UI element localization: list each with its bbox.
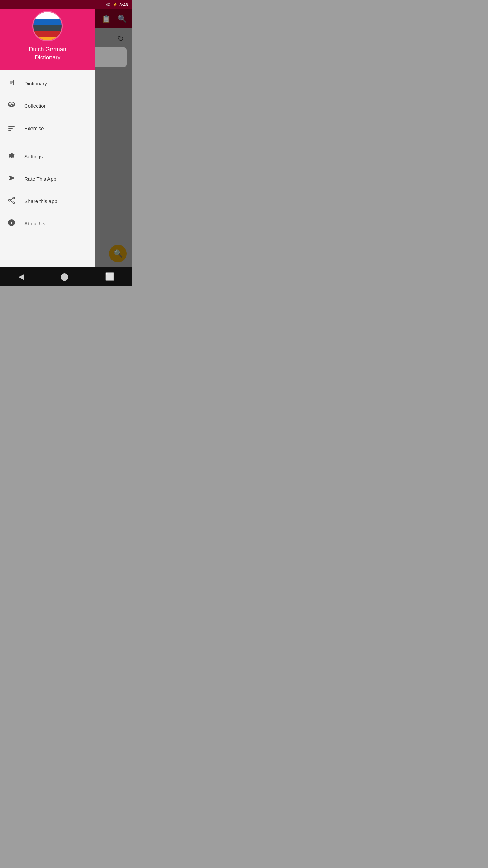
- app-title: Dutch German Dictionary: [29, 45, 66, 62]
- drawer-section-main: Dictionary Collection: [0, 70, 95, 142]
- app-logo: [32, 11, 63, 41]
- flag-blue: [33, 19, 62, 25]
- svg-point-7: [12, 104, 14, 106]
- svg-rect-9: [8, 125, 15, 125]
- svg-text:i: i: [11, 220, 12, 225]
- sidebar-item-collection[interactable]: Collection: [0, 95, 95, 117]
- exercise-label: Exercise: [24, 125, 44, 131]
- sidebar-item-rate[interactable]: Rate This App: [0, 168, 95, 190]
- status-bar: 4G ⚡ 3:46: [0, 0, 132, 9]
- svg-point-17: [13, 202, 15, 203]
- clock: 3:46: [119, 2, 128, 7]
- svg-line-19: [10, 201, 13, 202]
- send-icon: [7, 174, 16, 184]
- svg-rect-11: [8, 128, 13, 129]
- drawer-divider: [0, 144, 95, 144]
- flag-yellow: [33, 37, 62, 41]
- sidebar-item-settings[interactable]: Settings: [0, 145, 95, 168]
- rate-label: Rate This App: [24, 176, 56, 182]
- sidebar-item-share[interactable]: Share this app: [0, 190, 95, 213]
- sidebar-item-dictionary[interactable]: Dictionary: [0, 73, 95, 95]
- svg-point-6: [9, 104, 11, 106]
- exercise-icon: [7, 123, 16, 134]
- network-signal: 4G: [106, 3, 110, 7]
- svg-point-16: [9, 199, 11, 201]
- collection-label: Collection: [24, 103, 47, 109]
- info-icon: i: [7, 219, 16, 229]
- settings-label: Settings: [24, 154, 43, 159]
- recents-button[interactable]: ⬜: [105, 272, 114, 281]
- svg-rect-12: [8, 130, 11, 131]
- dictionary-label: Dictionary: [24, 81, 47, 86]
- drawer-body: Dictionary Collection: [0, 70, 95, 267]
- flag-white: [33, 12, 62, 19]
- home-button[interactable]: ⬤: [60, 272, 69, 281]
- back-button[interactable]: ◀: [18, 272, 24, 281]
- flag-red: [33, 31, 62, 37]
- navigation-drawer: Dutch German Dictionary Dictionary: [0, 0, 95, 267]
- drawer-header: Dutch German Dictionary: [0, 0, 95, 70]
- drawer-section-secondary: Settings Rate This App: [0, 145, 95, 235]
- about-label: About Us: [24, 221, 45, 226]
- svg-rect-3: [10, 82, 13, 83]
- flag-dark: [33, 25, 62, 31]
- svg-rect-2: [10, 81, 13, 82]
- svg-line-18: [10, 198, 13, 200]
- svg-rect-4: [10, 83, 12, 84]
- book-icon: [7, 79, 16, 89]
- collection-icon: [7, 101, 16, 111]
- battery-icon: ⚡: [113, 3, 117, 7]
- navigation-bar: ◀ ⬤ ⬜: [0, 267, 132, 286]
- svg-rect-10: [8, 126, 15, 127]
- svg-point-8: [11, 103, 13, 105]
- svg-point-15: [13, 197, 15, 199]
- sidebar-item-about[interactable]: i About Us: [0, 213, 95, 235]
- sidebar-item-exercise[interactable]: Exercise: [0, 117, 95, 140]
- gear-icon: [7, 152, 16, 162]
- share-icon: [7, 196, 16, 206]
- share-label: Share this app: [24, 198, 57, 204]
